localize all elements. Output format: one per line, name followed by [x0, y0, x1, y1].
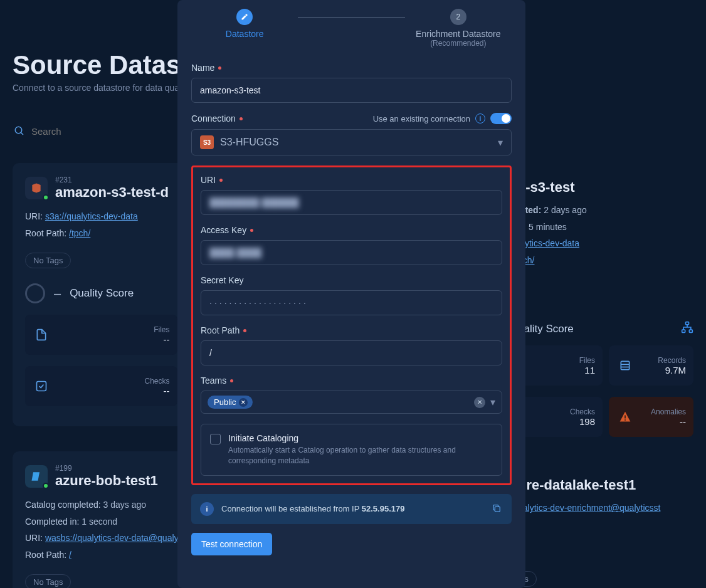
root-link[interactable]: /tpch/	[69, 228, 90, 238]
use-existing-label: Use an existing connection	[373, 114, 470, 123]
uri-link[interactable]: ualytics-dev-enrichment@qualyticsst	[518, 503, 660, 513]
hierarchy-icon[interactable]	[681, 321, 693, 337]
warning-icon	[616, 408, 634, 426]
connection-select[interactable]: S3 S3-HFUGGS ▾	[191, 129, 512, 155]
stat-files[interactable]: Files11	[518, 345, 603, 386]
name-label: Name	[191, 63, 214, 73]
required-dot-icon	[243, 329, 246, 332]
secret-key-label: Secret Key	[201, 275, 243, 285]
remove-chip-icon[interactable]: ✕	[239, 398, 248, 407]
info-icon[interactable]: i	[475, 113, 485, 123]
step-enrichment[interactable]: 2 Enrichment Datastore (Recommended)	[405, 9, 512, 48]
s3-icon: S3	[200, 135, 214, 149]
svg-rect-10	[689, 330, 692, 333]
s3-icon	[25, 177, 48, 199]
uri-link[interactable]: alytics-dev-data	[518, 238, 579, 248]
azure-icon	[25, 465, 48, 488]
svg-rect-16	[495, 507, 500, 512]
info-icon: i	[200, 502, 214, 516]
uri-link[interactable]: s3a://qualytics-dev-data	[45, 211, 138, 221]
uri-label: URI:	[25, 211, 43, 221]
add-datastore-modal: Datastore 2 Enrichment Datastore (Recomm…	[177, 0, 525, 588]
svg-rect-11	[621, 362, 629, 370]
initiate-cataloging-checkbox[interactable]: Initiate Cataloging Automatically start …	[201, 424, 502, 476]
chevron-down-icon: ▾	[498, 137, 503, 149]
connection-ip: 52.5.95.179	[362, 504, 405, 513]
status-dot	[43, 194, 49, 201]
catalog-desc: Automatically start a Catalog operation …	[228, 445, 493, 466]
root-path-label: Root Path	[201, 325, 240, 335]
datastore-card-peek: s-s3-test leted: 2 days ago n: 5 minutes…	[518, 179, 693, 517]
required-dot-icon	[250, 229, 253, 232]
connection-value: S3-HFUGGS	[220, 137, 278, 148]
svg-rect-9	[682, 330, 685, 333]
connection-note: i Connection will be established from IP…	[191, 494, 512, 524]
checks-icon	[33, 377, 50, 395]
connection-label: Connection	[191, 113, 236, 123]
file-icon	[33, 326, 50, 344]
modal-stepper: Datastore 2 Enrichment Datastore (Recomm…	[191, 9, 512, 48]
test-connection-button[interactable]: Test connection	[191, 533, 272, 555]
teams-label: Teams	[201, 375, 226, 386]
uri-label: URI	[201, 175, 216, 185]
access-key-label: Access Key	[201, 225, 246, 235]
stat-anomalies[interactable]: Anomalies--	[609, 397, 693, 437]
chevron-down-icon: ▾	[490, 396, 495, 408]
stat-records[interactable]: Records9.7M	[609, 345, 693, 386]
uri-input[interactable]: ████████ ██████	[201, 190, 502, 215]
secret-key-input[interactable]: ····················	[201, 290, 502, 315]
records-icon	[616, 357, 634, 374]
checkbox-icon[interactable]	[210, 434, 221, 444]
no-tags-badge: No Tags	[25, 253, 71, 268]
svg-rect-5	[37, 382, 46, 391]
highlighted-section: URI ████████ ██████ Access Key ████ ████…	[191, 165, 512, 485]
no-tags-badge: No Tags	[25, 574, 71, 588]
required-dot-icon	[240, 117, 243, 120]
svg-line-1	[21, 132, 23, 135]
card-id: #199	[55, 464, 158, 473]
status-dot	[43, 483, 49, 489]
quality-circle-icon	[25, 283, 45, 303]
uri-link[interactable]: wasbs://qualytics-dev-data@qualyticsst	[45, 533, 199, 543]
card-name: azure-bob-test1	[55, 473, 158, 489]
stat-files[interactable]: Files--	[25, 315, 177, 355]
svg-point-0	[15, 127, 22, 134]
copy-icon[interactable]	[492, 503, 503, 515]
pencil-icon	[236, 9, 253, 25]
clear-icon[interactable]: ✕	[474, 397, 485, 408]
quality-dash: –	[54, 286, 61, 301]
required-dot-icon	[230, 379, 233, 382]
name-input[interactable]	[191, 78, 512, 103]
quality-label: Quality Score	[70, 287, 134, 300]
required-dot-icon	[219, 179, 223, 182]
search-icon	[13, 124, 26, 138]
svg-rect-15	[624, 420, 626, 421]
card-id: #231	[55, 176, 169, 184]
required-dot-icon	[218, 66, 221, 70]
access-key-input[interactable]: ████ ████	[201, 240, 502, 265]
stat-checks[interactable]: Checks198	[518, 397, 603, 437]
svg-rect-14	[624, 416, 626, 419]
svg-rect-8	[686, 322, 689, 325]
root-label: Root Path:	[25, 228, 66, 238]
team-chip[interactable]: Public✕	[208, 396, 253, 409]
root-path-input[interactable]	[201, 340, 502, 365]
step-datastore[interactable]: Datastore	[191, 9, 298, 39]
teams-select[interactable]: Public✕ ✕ ▾	[201, 391, 502, 414]
catalog-title: Initiate Cataloging	[228, 433, 493, 443]
root-link[interactable]: /	[69, 550, 71, 560]
stat-checks[interactable]: Checks--	[25, 366, 177, 406]
use-existing-toggle[interactable]	[490, 113, 512, 124]
card-name: amazon-s3-test-d	[55, 184, 169, 201]
